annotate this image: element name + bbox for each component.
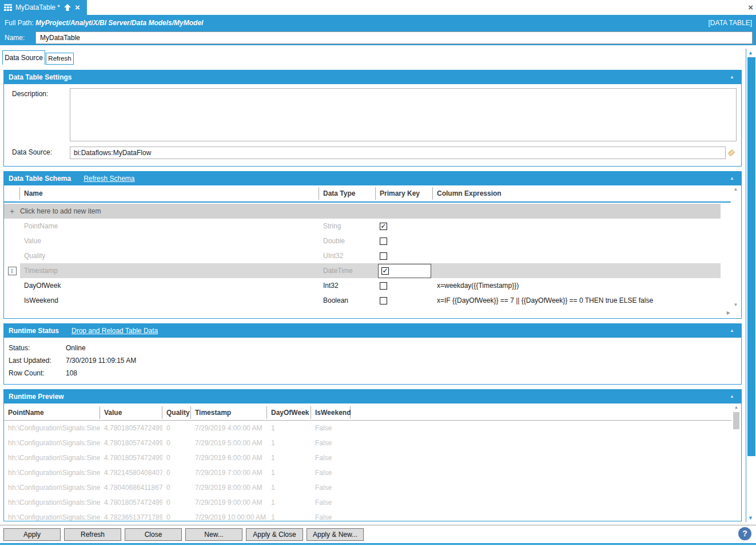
schema-horizontal-scrollbar[interactable]: ▶ [5,310,730,316]
primary-key-checkbox[interactable] [380,282,387,290]
schema-cell-expression[interactable]: x=weekday({{Timestamp}}) [433,278,721,293]
schema-cell-type[interactable]: UInt32 [319,248,376,263]
window-bottom-border [0,543,756,545]
preview-cell-timestamp: 7/29/2019 5:00:00 AM [191,439,267,447]
preview-vertical-scrollbar[interactable]: ▲ [732,405,741,519]
collapse-icon[interactable]: ▲ [730,75,734,80]
document-tab-mydatatable[interactable]: MyDataTable * × [0,0,87,15]
add-new-item-label: Click here to add new item [20,207,101,215]
apply-and-close-button[interactable]: Apply & Close [246,528,303,541]
schema-cell-name[interactable]: IsWeekend [20,293,319,308]
schema-row-value[interactable]: Value Double [4,234,721,248]
schema-cell-type[interactable]: String [319,219,376,234]
scroll-up-icon[interactable]: ▲ [734,187,738,192]
scroll-down-icon[interactable]: ▼ [748,515,753,521]
refresh-button[interactable]: Refresh [64,528,121,541]
apply-and-new-button[interactable]: Apply & New... [307,528,364,541]
runtime-preview-title: Runtime Preview [9,393,64,401]
scroll-up-icon[interactable]: ▲ [734,405,739,410]
description-textarea[interactable] [70,88,737,141]
footer-button-bar: Apply Refresh Close New... Apply & Close… [0,525,756,543]
schema-vertical-scrollbar[interactable]: ▲ ▼ [731,187,740,308]
navigate-up-icon[interactable] [63,3,71,11]
schema-cell-expression[interactable] [433,248,721,263]
document-tab-close-icon[interactable]: × [75,3,80,11]
schema-cell-expression[interactable] [433,234,721,248]
preview-header-pointname: PointName [4,406,100,419]
preview-cell-timestamp: 7/29/2019 6:00:00 AM [191,454,267,462]
primary-key-checkbox[interactable] [380,252,387,260]
schema-row-quality[interactable]: Quality UInt32 [4,248,721,263]
scroll-right-icon[interactable]: ▶ [727,310,730,316]
preview-cell-quality: 0 [162,439,191,447]
row-count-label: Row Count: [4,369,66,377]
runtime-status-header: Runtime Status Drop and Reload Table Dat… [4,324,741,338]
schema-grid: Name Data Type Primary Key Column Expres… [4,185,731,308]
schema-cell-expression[interactable] [433,219,721,234]
schema-cell-name[interactable]: Quality [20,248,319,263]
preview-cell-pointname: hh:\Configuration\Signals:Sine [4,484,100,492]
schema-cell-expression[interactable]: x=IF {{DayOfWeek}} == 7 || {{DayOfWeek}}… [433,293,721,308]
add-new-item-row[interactable]: + Click here to add new item [4,204,721,219]
full-path-bar: Full Path: MyProject/AnalytiX/BI Server/… [0,15,756,30]
refresh-schema-link[interactable]: Refresh Schema [83,175,134,183]
schema-cell-name[interactable]: DayOfWeek [20,278,319,293]
apply-button[interactable]: Apply [3,528,61,541]
scrollbar-thumb[interactable] [733,412,739,429]
runtime-status-title: Runtime Status [9,327,59,335]
primary-key-checkbox[interactable]: ✓ [380,223,387,230]
row-indicator [4,293,20,308]
schema-row-timestamp[interactable]: I Timestamp DateTime ✓ [4,263,721,278]
main-vertical-scrollbar[interactable]: ▲ ▼ [746,49,756,522]
primary-key-checkbox[interactable] [380,238,387,245]
schema-cell-name[interactable]: Value [20,234,319,248]
scrollbar-thumb[interactable] [747,57,755,456]
preview-row: hh:\Configuration\Signals:Sine 4.7801805… [4,421,731,436]
preview-grid-header: PointName Value Quality Timestamp DayOfW… [4,405,731,421]
drop-and-reload-link[interactable]: Drop and Reload Table Data [71,327,158,335]
scroll-down-icon[interactable]: ▼ [734,302,738,308]
preview-cell-timestamp: 7/29/2019 10:00:00 AM [191,513,267,521]
preview-cell-pointname: hh:\Configuration\Signals:Sine [4,439,100,447]
preview-cell-value: 4.78018057472499 [100,424,162,432]
data-source-input[interactable] [70,147,726,159]
section-data-table-settings: Data Table Settings ▲ Description: Data … [3,70,742,167]
collapse-icon[interactable]: ▲ [730,329,734,333]
row-indicator [4,219,20,234]
close-button[interactable]: Close [125,528,182,541]
tab-refresh[interactable]: Refresh [46,53,74,65]
schema-cell-name[interactable]: PointName [20,219,319,234]
new-button[interactable]: New... [185,528,242,541]
row-indicator [4,248,20,263]
name-input[interactable] [35,31,753,44]
tag-browser-button[interactable] [726,147,737,159]
schema-cell-type[interactable]: Int32 [319,278,376,293]
document-tab-strip: MyDataTable * × × [0,0,756,15]
collapse-icon[interactable]: ▲ [730,176,734,181]
schema-cell-type[interactable]: Double [319,234,376,248]
preview-row: hh:\Configuration\Signals:Sine 4.7821458… [4,465,731,480]
schema-cell-type[interactable]: DateTime [319,263,376,278]
preview-cell-isweekend: False [311,424,351,432]
tab-data-source[interactable]: Data Source [2,50,45,65]
description-label: Description: [8,88,70,141]
preview-header-dayofweek: DayOfWeek [267,406,311,419]
schema-row-pointname[interactable]: PointName String ✓ [4,219,721,234]
scroll-up-icon[interactable]: ▲ [748,50,753,56]
last-updated-value: 7/30/2019 11:09:15 AM [66,357,136,365]
pane-close-icon[interactable]: × [748,2,753,12]
help-button[interactable]: ? [738,527,751,540]
schema-row-isweekend[interactable]: IsWeekend Boolean x=IF {{DayOfWeek}} == … [4,293,721,308]
preview-cell-dayofweek: 1 [267,513,311,521]
preview-cell-dayofweek: 1 [267,424,311,432]
schema-cell-expression[interactable] [433,263,721,278]
schema-cell-name[interactable]: Timestamp [20,263,319,278]
schema-cell-type[interactable]: Boolean [319,293,376,308]
status-value: Online [66,344,86,352]
preview-cell-dayofweek: 1 [267,454,311,462]
schema-row-dayofweek[interactable]: DayOfWeek Int32 x=weekday({{Timestamp}}) [4,278,721,293]
primary-key-checkbox[interactable]: ✓ [381,267,389,275]
primary-key-checkbox[interactable] [380,297,387,304]
primary-key-edit-cell[interactable]: ✓ [378,264,431,278]
collapse-icon[interactable]: ▲ [730,394,734,399]
